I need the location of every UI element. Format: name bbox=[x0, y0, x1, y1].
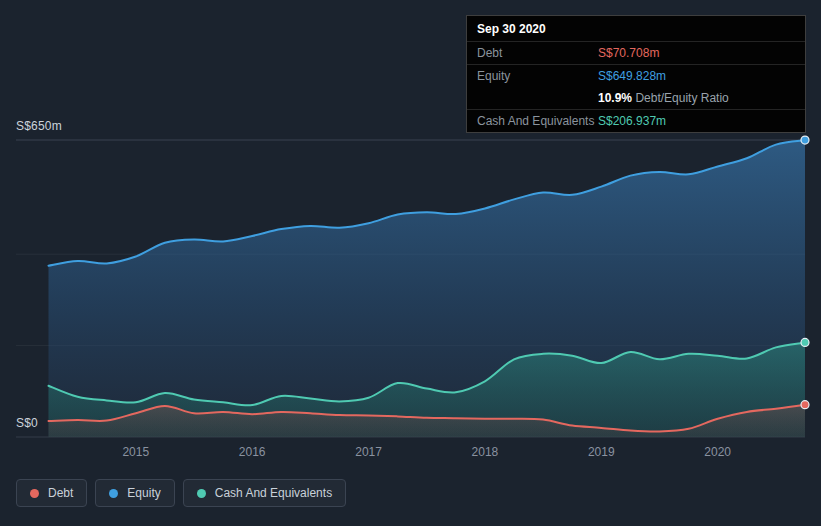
tooltip-equity-value: S$649.828m bbox=[598, 69, 666, 83]
tooltip-cash-row: Cash And Equivalents S$206.937m bbox=[467, 109, 805, 132]
legend-item-equity[interactable]: Equity bbox=[95, 479, 174, 507]
tooltip-cash-label: Cash And Equivalents bbox=[477, 114, 598, 128]
equity-endpoint-marker bbox=[801, 136, 809, 144]
y-axis-label-650: S$650m bbox=[16, 119, 62, 133]
tooltip: Sep 30 2020 Debt S$70.708m Equity S$649.… bbox=[466, 15, 806, 133]
tooltip-ratio-row: 10.9% Debt/Equity Ratio bbox=[467, 87, 805, 109]
legend-label-cash: Cash And Equivalents bbox=[215, 486, 332, 500]
cash-endpoint-marker bbox=[801, 338, 809, 346]
legend-label-equity: Equity bbox=[127, 486, 160, 500]
debt-endpoint-marker bbox=[801, 401, 809, 409]
legend: Debt Equity Cash And Equivalents bbox=[16, 479, 346, 507]
tooltip-ratio-label: Debt/Equity Ratio bbox=[635, 91, 728, 105]
legend-item-debt[interactable]: Debt bbox=[16, 479, 87, 507]
tooltip-equity-row: Equity S$649.828m bbox=[467, 64, 805, 87]
tooltip-date: Sep 30 2020 bbox=[467, 16, 805, 41]
tooltip-debt-value: S$70.708m bbox=[598, 46, 659, 60]
tooltip-debt-label: Debt bbox=[477, 46, 598, 60]
cash-legend-dot-icon bbox=[197, 489, 206, 498]
tooltip-ratio-percent: 10.9% bbox=[598, 91, 632, 105]
tooltip-equity-label: Equity bbox=[477, 69, 598, 83]
y-axis-label-0: S$0 bbox=[16, 416, 38, 430]
tooltip-ratio-value: 10.9% Debt/Equity Ratio bbox=[598, 91, 729, 105]
legend-item-cash[interactable]: Cash And Equivalents bbox=[183, 479, 346, 507]
tooltip-debt-row: Debt S$70.708m bbox=[467, 41, 805, 64]
legend-label-debt: Debt bbox=[48, 486, 73, 500]
page-root: S$650m S$0 201520162017201820192020 Sep … bbox=[0, 0, 821, 526]
debt-legend-dot-icon bbox=[30, 489, 39, 498]
equity-legend-dot-icon bbox=[109, 489, 118, 498]
tooltip-cash-value: S$206.937m bbox=[598, 114, 666, 128]
